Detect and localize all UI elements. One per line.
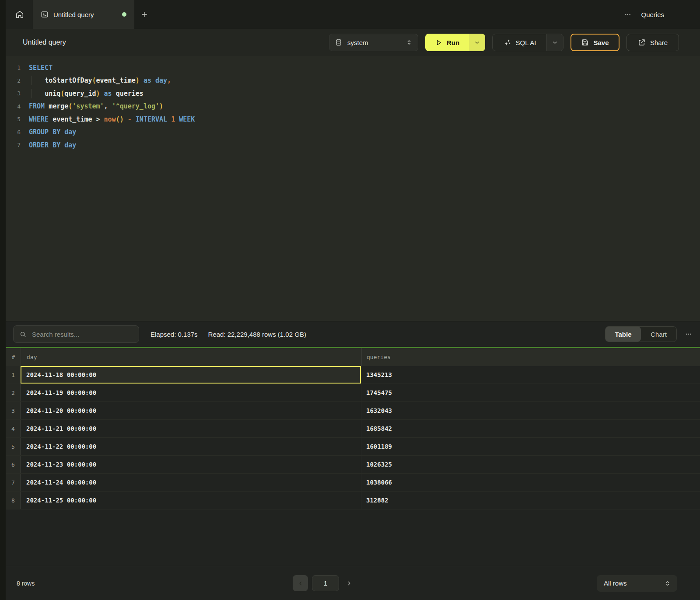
cell-queries[interactable]: 1632043 [361,402,700,419]
cell-queries[interactable]: 1038066 [361,474,700,491]
updown-chevron-icon [664,580,671,587]
table-row: 72024-11-24 00:00:001038066 [6,474,700,492]
page-number-button[interactable]: 1 [312,575,339,591]
query-toolbar: Untitled query system Run [6,29,700,56]
cell-day[interactable]: 2024-11-24 00:00:00 [21,474,361,491]
sql-ai-label: SQL AI [516,39,536,46]
table-row: 12024-11-18 00:00:001345213 [6,366,700,384]
code-line: 5WHERE event_time > now() - INTERVAL 1 W… [6,113,700,126]
row-number: 5 [6,438,21,455]
more-options-button[interactable] [623,10,632,19]
ellipsis-icon [624,11,631,18]
page-title: Untitled query [23,38,66,46]
cell-day[interactable]: 2024-11-21 00:00:00 [21,420,361,437]
search-results-box [13,325,139,343]
unsaved-changes-dot [122,12,126,17]
cell-day[interactable]: 2024-11-19 00:00:00 [21,384,361,401]
share-button[interactable]: Share [626,34,679,51]
cell-queries[interactable]: 312882 [361,492,700,509]
column-header-index[interactable]: # [6,348,21,366]
table-empty-area [6,509,700,566]
home-button[interactable] [6,0,33,29]
sql-ai-dropdown[interactable] [546,34,563,51]
tab-untitled-query[interactable]: Untitled query [33,0,134,29]
row-number: 3 [6,402,21,419]
cell-day[interactable]: 2024-11-25 00:00:00 [21,492,361,509]
line-number: 4 [6,103,27,110]
sql-ai-button[interactable]: SQL AI [493,34,546,51]
results-toolbar: Elapsed: 0.137s Read: 22,229,488 rows (1… [6,321,700,347]
table-row: 42024-11-21 00:00:001685842 [6,420,700,438]
line-number: 5 [6,116,27,122]
sql-console: Untitled query Queries Untitled query [6,0,700,600]
sparkles-icon [503,38,511,47]
share-icon [638,38,646,46]
run-button-group: Run [425,34,485,51]
save-icon [581,38,589,46]
column-header-queries[interactable]: queries [361,348,700,366]
results-more-button[interactable] [684,330,693,338]
table-row: 62024-11-23 00:00:001026325 [6,456,700,474]
code-line: 7ORDER BY day [6,139,700,152]
cell-queries[interactable]: 1745475 [361,384,700,401]
database-select-value: system [347,39,401,46]
indent-guide [31,89,32,98]
line-number: 7 [6,142,27,148]
table-body: 12024-11-18 00:00:00134521322024-11-19 0… [6,366,700,509]
ellipsis-icon [685,331,692,338]
page-size-value: All rows [604,579,664,587]
previous-page-button[interactable] [293,575,308,591]
database-icon [335,38,343,46]
sql-ai-button-group: SQL AI [492,34,564,51]
view-toggle: Table Chart [605,326,677,342]
chevron-down-icon [474,39,480,46]
indent-guide [31,76,32,85]
row-number: 6 [6,456,21,473]
cell-day[interactable]: 2024-11-23 00:00:00 [21,456,361,473]
row-number: 1 [6,366,21,384]
cell-day[interactable]: 2024-11-20 00:00:00 [21,402,361,419]
new-tab-button[interactable] [134,0,154,29]
results-footer: 8 rows 1 All rows [6,566,700,600]
code-line: 2 toStartOfDay(event_time) as day, [6,74,700,87]
table-header: # day queries [6,348,700,366]
row-count: 8 rows [17,580,35,587]
cell-queries[interactable]: 1601189 [361,438,700,455]
search-results-input[interactable] [31,330,133,338]
save-button-label: Save [593,39,609,46]
cell-queries[interactable]: 1685842 [361,420,700,437]
selected-cell-day[interactable]: 2024-11-18 00:00:00 [21,366,361,384]
table-view-toggle[interactable]: Table [606,327,641,342]
code-line: 1SELECT [6,61,700,74]
updown-chevron-icon [406,39,413,46]
pagination: 1 [293,566,355,600]
plus-icon [140,10,148,18]
code-line: 4FROM merge('system', '^query_log') [6,100,700,113]
chevron-down-icon [552,39,558,46]
sql-editor[interactable]: 1SELECT2 toStartOfDay(event_time) as day… [6,56,700,321]
cell-queries[interactable]: 1345213 [361,366,700,384]
table-row: 52024-11-22 00:00:001601189 [6,438,700,456]
cell-queries[interactable]: 1026325 [361,456,700,473]
table-row: 22024-11-19 00:00:001745475 [6,384,700,402]
chart-view-toggle[interactable]: Chart [641,327,676,342]
page-size-select[interactable]: All rows [597,575,677,592]
queries-link[interactable]: Queries [641,11,664,18]
chevron-right-icon [346,580,352,586]
tab-label: Untitled query [53,11,117,18]
search-icon [19,331,27,338]
next-page-button[interactable] [343,575,355,591]
run-options-dropdown[interactable] [469,34,485,51]
database-select[interactable]: system [329,34,418,51]
line-number: 1 [6,64,27,71]
column-header-day[interactable]: day [21,348,361,366]
cell-day[interactable]: 2024-11-22 00:00:00 [21,438,361,455]
table-row: 82024-11-25 00:00:00312882 [6,492,700,509]
row-number: 8 [6,492,21,509]
line-number: 3 [6,90,27,97]
run-button[interactable]: Run [425,34,469,51]
elapsed-time: Elapsed: 0.137s [150,331,198,338]
tab-bar: Untitled query Queries [6,0,700,29]
share-button-label: Share [650,39,668,46]
save-button[interactable]: Save [570,34,620,51]
